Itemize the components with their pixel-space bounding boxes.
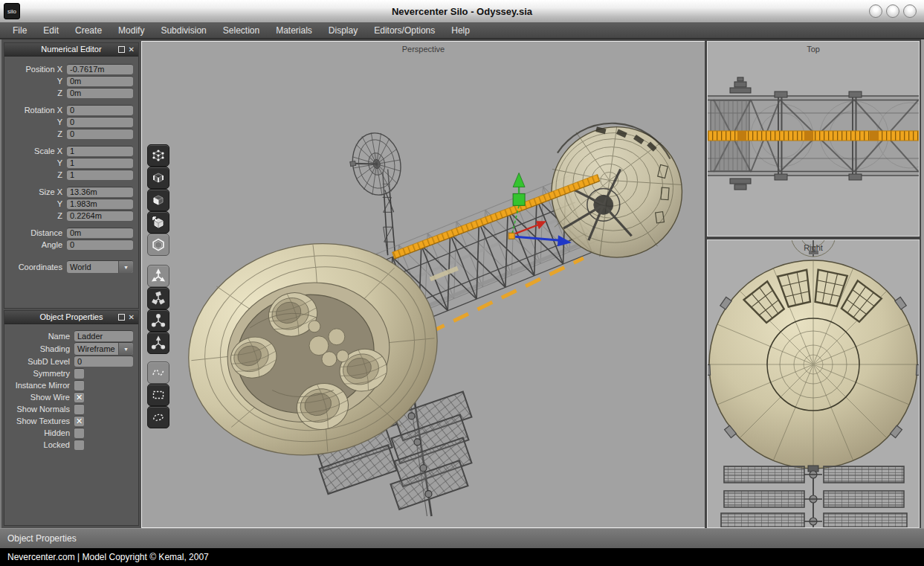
menu-selection[interactable]: Selection — [215, 25, 268, 36]
rect-select-button[interactable] — [147, 384, 169, 406]
spacecraft-top-scene — [708, 42, 919, 236]
perspective-viewport[interactable]: Perspective — [141, 41, 705, 528]
window-button-2[interactable] — [886, 4, 899, 18]
angle-field[interactable]: 0 — [67, 239, 133, 250]
menu-editors-options[interactable]: Editors/Options — [366, 25, 443, 36]
panel-maximize-icon[interactable] — [118, 46, 125, 53]
field-label: Distance — [7, 228, 67, 237]
spacecraft-perspective-scene — [142, 42, 705, 527]
copyright-bar: Nevercenter.com | Model Copyright © Kema… — [0, 548, 924, 566]
coordinates-value: World — [67, 261, 118, 273]
field-label: Show Wire — [7, 393, 74, 402]
menu-display[interactable]: Display — [320, 25, 366, 36]
axis-y-handle — [513, 193, 525, 205]
edge-mode-button[interactable] — [147, 167, 169, 189]
top-viewport[interactable]: Top — [707, 41, 920, 237]
title-bar: silo Nevercenter Silo - Odyssey.sia — [0, 0, 924, 23]
vertex-mode-button[interactable] — [147, 144, 169, 167]
rotation-x-field[interactable]: 0 — [67, 105, 133, 115]
show-textures-checkbox[interactable]: ✕ — [74, 416, 84, 426]
spacecraft-right-scene — [708, 240, 919, 527]
hidden-checkbox[interactable] — [74, 428, 84, 438]
manipulator-origin-handle — [508, 233, 514, 239]
menu-file[interactable]: File — [4, 25, 35, 36]
locked-checkbox[interactable] — [74, 440, 84, 450]
menu-help[interactable]: Help — [443, 25, 478, 36]
solar-array-right-view — [721, 466, 907, 527]
scale-x-field[interactable]: 1 — [67, 146, 133, 156]
menu-create[interactable]: Create — [67, 25, 110, 36]
menu-materials[interactable]: Materials — [268, 25, 320, 36]
field-label: Y — [7, 77, 67, 86]
window-button-3[interactable] — [903, 4, 917, 18]
object-properties-header[interactable]: Object Properties ✕ — [4, 311, 138, 324]
rotate-tool-button[interactable] — [147, 287, 169, 309]
right-viewport-label: Right — [708, 243, 919, 252]
coordinates-dropdown[interactable]: World ▼ — [67, 260, 133, 273]
face-mode-button[interactable] — [147, 189, 169, 211]
shading-dropdown[interactable]: Wireframe ▼ — [74, 342, 133, 355]
top-viewport-label: Top — [708, 45, 919, 54]
position-z-field[interactable]: 0m — [67, 88, 133, 98]
copyright-text: Nevercenter.com | Model Copyright © Kema… — [7, 552, 209, 562]
panel-close-icon[interactable]: ✕ — [129, 314, 135, 321]
universal-tool-button[interactable] — [147, 332, 169, 354]
field-label: Name — [7, 332, 74, 341]
field-label: Scale X — [7, 147, 67, 155]
object-mode-button[interactable] — [147, 234, 169, 256]
move-tool-button[interactable] — [147, 265, 169, 287]
scale-z-field[interactable]: 1 — [67, 170, 133, 180]
main-area: Numerical Editor ✕ Position X-0.7617m Y0… — [0, 39, 924, 528]
status-text: Object Properties — [7, 533, 77, 544]
rotation-y-field[interactable]: 0 — [67, 117, 133, 127]
field-label: Show Textures — [7, 417, 74, 425]
window-title: Nevercenter Silo - Odyssey.sia — [0, 6, 924, 17]
chevron-down-icon[interactable]: ▼ — [118, 261, 133, 273]
field-label: Locked — [7, 440, 74, 449]
scale-tool-button[interactable] — [147, 309, 169, 332]
field-label: Position X — [7, 65, 67, 74]
panel-maximize-icon[interactable] — [118, 314, 125, 321]
window-button-1[interactable] — [869, 4, 882, 18]
menu-edit[interactable]: Edit — [35, 25, 67, 36]
field-label: Shading — [7, 344, 74, 353]
menu-modify[interactable]: Modify — [110, 25, 152, 36]
panel-close-icon[interactable]: ✕ — [129, 46, 135, 54]
field-label: Size X — [7, 187, 67, 196]
object-name-field[interactable]: Ladder — [74, 330, 133, 341]
position-x-field[interactable]: -0.7617m — [67, 64, 133, 74]
subd-level-field[interactable]: 0 — [74, 356, 133, 367]
show-normals-checkbox[interactable] — [74, 404, 84, 414]
scale-y-field[interactable]: 1 — [67, 158, 133, 168]
rotation-z-field[interactable]: 0 — [67, 129, 133, 139]
perspective-viewport-label: Perspective — [142, 45, 705, 54]
numerical-editor-title: Numerical Editor — [41, 45, 101, 54]
chevron-down-icon[interactable]: ▼ — [118, 343, 133, 355]
numerical-editor-header[interactable]: Numerical Editor ✕ — [4, 43, 138, 57]
field-label: Z — [7, 89, 67, 97]
size-x-field[interactable]: 13.36m — [67, 187, 133, 197]
field-label: Y — [7, 199, 67, 208]
instance-mirror-checkbox[interactable] — [74, 380, 84, 390]
antenna-dish — [346, 129, 405, 199]
menu-subdivision[interactable]: Subdivision — [152, 25, 214, 36]
right-viewport[interactable]: Right — [707, 239, 920, 528]
field-label: Show Normals — [7, 405, 74, 414]
command-sphere-front — [708, 260, 919, 472]
position-y-field[interactable]: 0m — [67, 76, 133, 86]
size-y-field[interactable]: 1.983m — [67, 199, 133, 209]
lasso-select-button[interactable] — [147, 406, 169, 428]
ladder-top-view — [708, 131, 919, 141]
shading-value: Wireframe — [74, 343, 118, 355]
symmetry-checkbox[interactable] — [74, 368, 84, 379]
field-label: Z — [7, 170, 67, 179]
multi-mode-button[interactable] — [147, 211, 169, 234]
silo-app-window: silo Nevercenter Silo - Odyssey.sia File… — [0, 0, 924, 566]
show-wire-checkbox[interactable]: ✕ — [74, 392, 84, 402]
distance-field[interactable]: 0m — [67, 228, 133, 238]
field-label: Z — [7, 211, 67, 220]
coordinates-label: Coordinates — [7, 263, 67, 271]
numerical-editor-panel: Numerical Editor ✕ Position X-0.7617m Y0… — [4, 42, 139, 309]
paint-select-button[interactable] — [147, 361, 169, 384]
size-z-field[interactable]: 0.2264m — [67, 210, 133, 221]
